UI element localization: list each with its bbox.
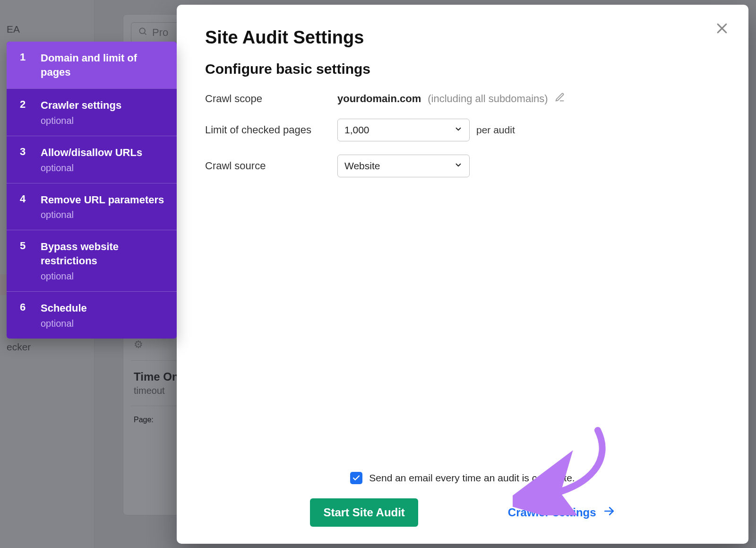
edit-scope-button[interactable] <box>555 92 565 105</box>
wizard-step-bypass-restrictions[interactable]: 5 Bypass website restrictions optional <box>7 230 177 291</box>
limit-pages-select[interactable]: 1,000 <box>337 119 470 141</box>
email-notification-checkbox[interactable] <box>350 472 362 484</box>
wizard-step-number: 2 <box>20 98 28 111</box>
wizard-step-title: Domain and limit of pages <box>41 51 166 79</box>
close-button[interactable] <box>713 19 731 38</box>
crawler-settings-link-label: Crawler settings <box>508 506 596 519</box>
limit-pages-row: Limit of checked pages 1,000 per audit <box>205 119 720 141</box>
modal-title: Site Audit Settings <box>205 27 720 48</box>
wizard-step-optional: optional <box>41 163 142 174</box>
crawl-scope-hint: (including all subdomains) <box>428 93 548 105</box>
wizard-step-title: Bypass website restrictions <box>41 240 166 268</box>
wizard-step-allow-disallow[interactable]: 3 Allow/disallow URLs optional <box>7 136 177 183</box>
wizard-step-title: Allow/disallow URLs <box>41 146 142 160</box>
settings-form: Crawl scope yourdomain.com (including al… <box>205 92 720 177</box>
modal-subtitle: Configure basic settings <box>205 61 720 77</box>
crawler-settings-link[interactable]: Crawler settings <box>508 505 615 520</box>
wizard-step-optional: optional <box>41 209 164 220</box>
wizard-step-title: Crawler settings <box>41 98 121 113</box>
crawl-source-select[interactable]: Website <box>337 155 470 177</box>
wizard-step-number: 4 <box>20 193 28 205</box>
limit-pages-suffix: per audit <box>476 124 515 136</box>
wizard-steps-nav: 1 Domain and limit of pages 2 Crawler se… <box>7 42 177 339</box>
crawl-scope-domain: yourdomain.com <box>337 93 421 105</box>
wizard-step-number: 5 <box>20 240 28 252</box>
wizard-step-title: Schedule <box>41 301 87 315</box>
wizard-step-number: 1 <box>20 51 28 63</box>
wizard-step-domain-limit[interactable]: 1 Domain and limit of pages <box>7 42 177 88</box>
arrow-right-icon <box>603 505 615 520</box>
crawl-source-value: Website <box>344 160 380 172</box>
wizard-step-optional: optional <box>41 318 87 329</box>
modal-footer: Send an email every time an audit is com… <box>177 472 748 527</box>
crawl-source-row: Crawl source Website <box>205 155 720 177</box>
email-notification-label: Send an email every time an audit is com… <box>369 472 575 484</box>
limit-pages-label: Limit of checked pages <box>205 124 337 136</box>
email-notification-row: Send an email every time an audit is com… <box>205 472 720 484</box>
start-site-audit-button[interactable]: Start Site Audit <box>310 498 418 527</box>
chevron-down-icon <box>454 160 463 172</box>
wizard-step-optional: optional <box>41 271 166 282</box>
wizard-step-remove-params[interactable]: 4 Remove URL parameters optional <box>7 183 177 230</box>
crawl-scope-row: Crawl scope yourdomain.com (including al… <box>205 92 720 105</box>
wizard-step-crawler-settings[interactable]: 2 Crawler settings optional <box>7 88 177 136</box>
wizard-step-title: Remove URL parameters <box>41 193 164 207</box>
crawl-scope-label: Crawl scope <box>205 93 337 105</box>
site-audit-settings-modal: Site Audit Settings Configure basic sett… <box>177 5 748 544</box>
wizard-step-schedule[interactable]: 6 Schedule optional <box>7 291 177 339</box>
limit-pages-value: 1,000 <box>344 124 369 136</box>
crawl-source-label: Crawl source <box>205 160 337 172</box>
chevron-down-icon <box>454 124 463 136</box>
wizard-step-optional: optional <box>41 115 121 126</box>
wizard-step-number: 6 <box>20 301 28 313</box>
wizard-step-number: 3 <box>20 146 28 158</box>
